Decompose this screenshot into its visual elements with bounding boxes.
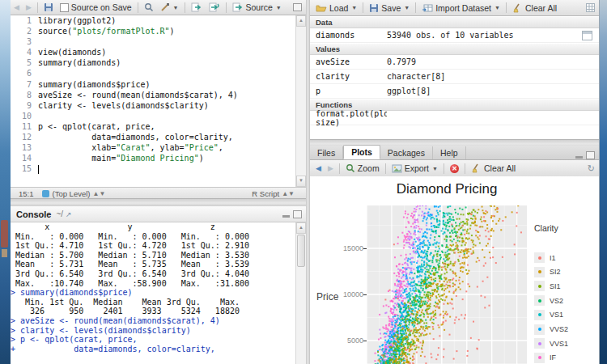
- legend-key: [534, 295, 545, 306]
- legend-key: [534, 310, 545, 320]
- file-type-label[interactable]: R Script: [252, 189, 279, 198]
- plots-pane: Files Plots Packages Help ◀ ▶ Zoom: [310, 146, 599, 364]
- console-output-line: Mean : 5.731 Mean : 5.735 Mean : 3.539: [11, 260, 295, 269]
- goto-directory-icon[interactable]: ↗: [66, 210, 72, 218]
- wand-icon: [160, 2, 170, 12]
- legend-dot: [538, 356, 541, 359]
- tab-files[interactable]: Files: [310, 146, 343, 159]
- line-number: 14: [11, 153, 38, 163]
- code-token: library(ggplot2): [38, 16, 116, 25]
- legend-item: VVS2: [534, 324, 568, 335]
- code-token: aveSize <- round(mean(diamonds$carat), 4…: [38, 91, 238, 99]
- export-plot-button[interactable]: Export ▼: [388, 163, 441, 174]
- editor-code-area[interactable]: 1library(ggplot2)2source("plots/formatPl…: [11, 15, 306, 187]
- previous-plot-icon[interactable]: ◀: [312, 163, 325, 173]
- env-object-row[interactable]: diamonds53940 obs. of 10 variables: [310, 28, 599, 43]
- code-tools-button[interactable]: ▼: [157, 2, 182, 13]
- file-type-selector-icon[interactable]: ▲▼: [282, 190, 295, 197]
- editor-back-icon[interactable]: ◀: [11, 2, 23, 12]
- env-object-value: character[8]: [387, 72, 445, 81]
- scroll-down-icon[interactable]: ▼: [296, 176, 306, 187]
- source-on-save-label: Source on Save: [71, 2, 132, 12]
- minimize-plots-icon[interactable]: [575, 151, 583, 159]
- save-label: Save: [381, 3, 401, 13]
- console-output-line: 1st Qu.: 4.710 1st Qu.: 4.720 1st Qu.: 2…: [11, 241, 295, 251]
- scope-label[interactable]: (Top Level): [53, 189, 91, 198]
- view-data-icon[interactable]: [582, 31, 592, 40]
- scrollbar-thumb[interactable]: [297, 235, 305, 267]
- code-line: 9clarity <- levels(diamonds$clarity): [11, 100, 306, 111]
- save-workspace-button[interactable]: Save ▼: [366, 2, 413, 14]
- tab-packages[interactable]: Packages: [380, 146, 433, 159]
- grid-view-icon[interactable]: [586, 3, 595, 12]
- string-literal: "plots/formatPlot.R": [72, 27, 169, 36]
- run-button[interactable]: [188, 2, 206, 13]
- console-output-line: Min. : 0.000 Min. : 0.000 Min. : 0.000: [11, 232, 295, 242]
- clear-workspace-button[interactable]: Clear All: [509, 2, 560, 14]
- console-scrollbar[interactable]: ▲: [295, 222, 306, 364]
- next-plot-icon[interactable]: ▶: [325, 163, 337, 173]
- find-button[interactable]: [141, 2, 157, 13]
- code-token: ,: [219, 143, 223, 152]
- console-command: > summary(diamonds$price): [11, 288, 295, 298]
- load-workspace-button[interactable]: Load ▼: [312, 2, 360, 14]
- line-number: 6: [11, 68, 38, 78]
- legend-item: VS1: [534, 310, 563, 320]
- dropdown-caret-icon: ▼: [495, 5, 500, 11]
- scope-selector-icon[interactable]: ▲▼: [93, 190, 106, 197]
- clear-plots-button[interactable]: Clear All: [468, 163, 519, 174]
- editor-toolbar: ◀ ▶ Source on Save: [11, 0, 306, 15]
- env-object-row[interactable]: pggplot[8]: [310, 84, 599, 99]
- save-button[interactable]: [40, 2, 57, 13]
- y-tick-mark: [363, 294, 367, 295]
- console-output-line: Median : 5.700 Median : 5.710 Median : 3…: [11, 251, 295, 260]
- remove-plot-icon: ✕: [450, 164, 459, 173]
- broom-icon: [512, 3, 523, 13]
- import-dataset-button[interactable]: Import Dataset ▼: [418, 2, 503, 14]
- code-token: summary(diamonds): [38, 58, 121, 67]
- environment-pane: Load ▼ Save ▼ Import Dataset ▼: [310, 0, 599, 139]
- env-object-row[interactable]: aveSize0.7979: [310, 55, 599, 70]
- remove-plot-button[interactable]: ✕: [447, 163, 462, 174]
- code-line: 6: [11, 68, 306, 78]
- legend-key: [534, 281, 545, 291]
- code-token: source(: [38, 27, 72, 36]
- console-output[interactable]: x y z Min. : 0.000 Min. : 0.000 Min. : 0…: [11, 222, 295, 364]
- source-on-save-toggle[interactable]: Source on Save: [57, 2, 135, 13]
- source-editor-pane: ◀ ▶ Source on Save: [11, 0, 306, 198]
- line-number: 11: [11, 121, 38, 132]
- source-button[interactable]: Source ▼: [229, 2, 285, 13]
- legend-key: [534, 338, 545, 349]
- tab-plots[interactable]: Plots: [343, 145, 380, 159]
- refresh-icon[interactable]: ↻: [588, 163, 595, 174]
- scatter-plot-canvas: [367, 205, 527, 364]
- maximize-editor-icon[interactable]: [293, 3, 302, 11]
- left-column: ◀ ▶ Source on Save: [11, 0, 306, 364]
- env-object-row[interactable]: claritycharacter[8]: [310, 70, 599, 84]
- source-on-save-checkbox[interactable]: [60, 3, 69, 12]
- code-token: view(diamonds): [38, 48, 106, 57]
- legend-item: SI2: [534, 267, 561, 277]
- maximize-console-icon[interactable]: [293, 210, 302, 218]
- broom-icon: [471, 163, 482, 173]
- legend-label: SI1: [550, 282, 561, 290]
- env-object-row[interactable]: format.plot(plot, size): [310, 111, 599, 125]
- env-section-header: Data: [310, 16, 599, 28]
- floppy-disk-icon: [369, 3, 379, 13]
- dropdown-caret-icon: ▼: [432, 166, 438, 171]
- legend-label: IF: [550, 353, 556, 362]
- legend-label: VS2: [550, 297, 563, 305]
- zoom-plot-button[interactable]: Zoom: [342, 163, 383, 174]
- dropdown-caret-icon: ▼: [276, 5, 282, 11]
- scroll-up-icon[interactable]: ▲: [296, 15, 306, 27]
- console-title: Console: [16, 210, 51, 219]
- rerun-button[interactable]: [206, 2, 223, 13]
- maximize-plots-icon[interactable]: [586, 151, 595, 159]
- source-button-label: Source: [246, 2, 273, 12]
- editor-scrollbar[interactable]: ▲ ▼: [295, 15, 306, 187]
- minimize-console-icon[interactable]: [282, 210, 290, 218]
- editor-forward-icon[interactable]: ▶: [23, 2, 35, 12]
- scroll-up-icon[interactable]: ▲: [296, 222, 306, 234]
- y-tick-label: 10000: [343, 290, 363, 298]
- tab-help[interactable]: Help: [433, 146, 466, 159]
